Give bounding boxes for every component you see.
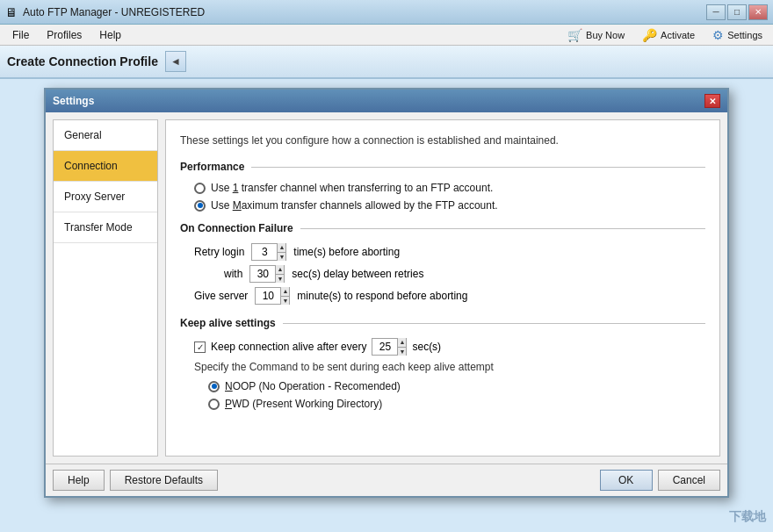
section-divider-3 [283, 323, 705, 324]
sidebar-item-general[interactable]: General [54, 120, 157, 151]
performance-option2-row: Use Maximum transfer channels allowed by… [194, 199, 705, 212]
noop-radio[interactable] [208, 381, 220, 392]
with-down-arrow[interactable]: ▼ [276, 275, 284, 284]
dialog-close-button[interactable]: ✕ [704, 94, 720, 108]
back-arrow-button[interactable]: ◄ [165, 51, 186, 72]
menu-bar: File Profiles Help 🛒 Buy Now 🔑 Activate … [0, 25, 773, 46]
toolbar: Create Connection Profile ◄ [0, 46, 773, 79]
restore-defaults-button[interactable]: Restore Defaults [110, 470, 218, 491]
dialog-title: Settings [53, 95, 94, 107]
command-description: Specify the Command to be sent during ea… [194, 361, 705, 373]
keep-alive-checkbox[interactable] [194, 341, 206, 353]
sidebar-item-connection[interactable]: Connection [54, 151, 157, 182]
title-bar: 🖥 Auto FTP Manager - UNREGISTERED ─ □ ✕ [0, 0, 773, 25]
connection-failure-section: On Connection Failure Retry login ▲ ▼ [180, 222, 705, 305]
cart-icon: 🛒 [567, 28, 582, 42]
keep-alive-up-arrow[interactable]: ▲ [398, 338, 406, 348]
menu-profiles[interactable]: Profiles [38, 26, 90, 44]
give-input[interactable] [256, 288, 280, 304]
main-area: Auto FTP Manager makes it easy to schedu… [0, 79, 773, 532]
help-button[interactable]: Help [53, 470, 105, 491]
keep-alive-down-arrow[interactable]: ▼ [398, 348, 406, 356]
with-row: with ▲ ▼ sec(s) delay between retries [224, 265, 705, 283]
sidebar-item-transfer-mode[interactable]: Transfer Mode [54, 212, 157, 243]
content-description: These settings let you configure how a c… [180, 133, 705, 148]
menu-file[interactable]: File [4, 26, 38, 44]
gear-icon: ⚙ [712, 28, 724, 42]
app-title: Auto FTP Manager - UNREGISTERED [23, 6, 205, 18]
buy-now-button[interactable]: 🛒 Buy Now [560, 25, 632, 45]
give-unit: minute(s) to respond before aborting [297, 290, 467, 302]
performance-radio-1[interactable] [194, 183, 206, 194]
give-label: Give server [194, 290, 248, 302]
retry-label: Retry login [194, 246, 244, 258]
failure-section-header: On Connection Failure [180, 222, 705, 234]
page-title: Create Connection Profile [7, 54, 158, 68]
retry-spinbox[interactable]: ▲ ▼ [251, 243, 286, 261]
retry-login-row: Retry login ▲ ▼ time(s) before aborting [194, 243, 705, 261]
keep-alive-arrows: ▲ ▼ [397, 338, 406, 356]
keep-alive-input[interactable] [372, 339, 397, 355]
with-input[interactable] [250, 266, 275, 282]
content-area: These settings let you configure how a c… [165, 119, 720, 457]
give-spinbox[interactable]: ▲ ▼ [255, 287, 290, 305]
pwd-row: PWD (Present Working Directory) [208, 398, 705, 410]
dialog-footer: Help Restore Defaults OK Cancel [46, 464, 727, 496]
menu-actions: 🛒 Buy Now 🔑 Activate ⚙ Settings [560, 25, 769, 45]
with-arrows: ▲ ▼ [275, 265, 284, 283]
retry-up-arrow[interactable]: ▲ [278, 243, 285, 253]
dialog-title-bar: Settings ✕ [46, 90, 727, 112]
retry-arrows: ▲ ▼ [277, 243, 285, 261]
pwd-radio[interactable] [208, 399, 220, 410]
give-down-arrow[interactable]: ▼ [281, 297, 289, 306]
modal-overlay: Settings ✕ General Connection Proxy Serv… [0, 79, 773, 532]
pwd-label: PWD (Present Working Directory) [225, 398, 382, 410]
sidebar-item-proxy[interactable]: Proxy Server [54, 182, 157, 212]
window-controls: ─ □ ✕ [706, 4, 768, 20]
watermark: 下载地 [729, 509, 766, 525]
section-divider-2 [300, 228, 705, 229]
cancel-button[interactable]: Cancel [658, 470, 720, 491]
ok-button[interactable]: OK [600, 470, 653, 491]
maximize-button[interactable]: □ [727, 4, 747, 20]
keep-alive-section: Keep alive settings Keep connection aliv… [180, 317, 705, 410]
with-spinbox[interactable]: ▲ ▼ [249, 265, 285, 283]
key-icon: 🔑 [642, 28, 657, 42]
performance-radio-2[interactable] [194, 200, 206, 212]
keep-alive-unit: sec(s) [412, 341, 441, 353]
performance-section-header: Performance [180, 161, 705, 173]
settings-sidebar: General Connection Proxy Server Transfer… [53, 119, 158, 457]
minimize-button[interactable]: ─ [706, 4, 726, 20]
retry-down-arrow[interactable]: ▼ [278, 253, 285, 262]
retry-input[interactable] [252, 244, 277, 260]
settings-button[interactable]: ⚙ Settings [705, 25, 769, 45]
performance-option2-label: Use Maximum transfer channels allowed by… [211, 199, 498, 212]
menu-help[interactable]: Help [90, 26, 130, 44]
performance-option1-label: Use 1 transfer channel when transferring… [211, 182, 493, 194]
with-up-arrow[interactable]: ▲ [276, 265, 284, 275]
app-icon: 🖥 [5, 5, 18, 19]
close-button[interactable]: ✕ [748, 4, 768, 20]
retry-unit: time(s) before aborting [293, 246, 400, 258]
with-label: with [224, 268, 242, 280]
keep-alive-row: Keep connection alive after every ▲ ▼ se… [194, 338, 705, 356]
keep-alive-header: Keep alive settings [180, 317, 705, 329]
activate-button[interactable]: 🔑 Activate [635, 25, 702, 45]
give-up-arrow[interactable]: ▲ [281, 287, 289, 297]
section-divider [251, 167, 705, 168]
settings-dialog: Settings ✕ General Connection Proxy Serv… [44, 88, 729, 498]
keep-alive-label: Keep connection alive after every [211, 341, 366, 353]
dialog-body: General Connection Proxy Server Transfer… [46, 112, 727, 464]
performance-option1-row: Use 1 transfer channel when transferring… [194, 182, 705, 194]
noop-label: NOOP (No Operation - Recomended) [225, 380, 401, 392]
noop-row: NOOP (No Operation - Recomended) [208, 380, 705, 392]
with-unit: sec(s) delay between retries [292, 268, 423, 280]
keep-alive-spinbox[interactable]: ▲ ▼ [372, 338, 407, 356]
give-server-row: Give server ▲ ▼ minute(s) to respond bef… [194, 287, 705, 305]
give-arrows: ▲ ▼ [280, 287, 289, 305]
